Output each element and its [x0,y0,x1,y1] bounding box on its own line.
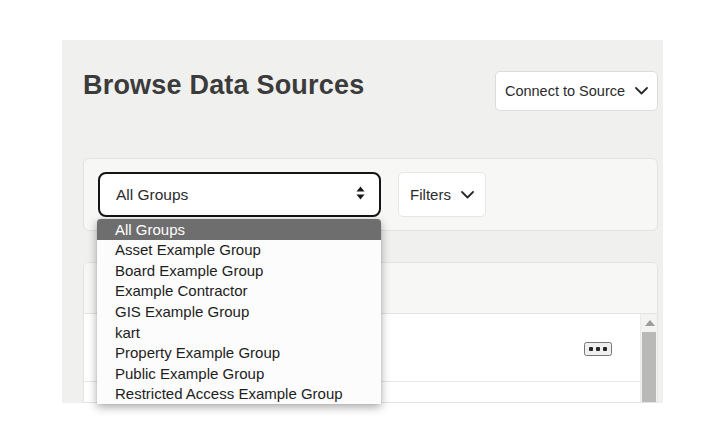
connect-to-source-button[interactable]: Connect to Source [495,71,658,111]
page-title: Browse Data Sources [83,70,364,101]
dropdown-option[interactable]: Property Example Group [97,342,381,363]
scrollbar-thumb[interactable] [642,332,656,403]
group-dropdown-list: All Groups Asset Example Group Board Exa… [97,219,381,404]
results-scrollbar[interactable] [640,314,657,402]
more-options-button[interactable] [584,342,612,356]
dropdown-option[interactable]: GIS Example Group [97,301,381,322]
dropdown-option[interactable]: Restricted Access Example Group [97,383,381,404]
triangle-up-icon [645,320,655,326]
chevron-down-icon [635,87,648,95]
dropdown-option[interactable]: Board Example Group [97,260,381,281]
scroll-up-button[interactable] [641,316,658,330]
connect-to-source-label: Connect to Source [505,83,625,99]
ellipsis-icon [589,347,607,351]
group-select-value: All Groups [116,186,188,204]
filters-label: Filters [410,186,451,203]
dropdown-option[interactable]: All Groups [97,219,381,240]
dropdown-option[interactable]: Example Contractor [97,281,381,302]
up-down-stepper-icon [356,186,365,204]
browse-data-sources-page: { "page": { "title": "Browse Data Source… [0,0,720,447]
chevron-down-icon [461,191,474,199]
filters-button[interactable]: Filters [398,172,486,217]
group-select[interactable]: All Groups [98,172,381,217]
dropdown-option[interactable]: Asset Example Group [97,240,381,261]
dropdown-option[interactable]: kart [97,322,381,343]
dropdown-option[interactable]: Public Example Group [97,363,381,384]
